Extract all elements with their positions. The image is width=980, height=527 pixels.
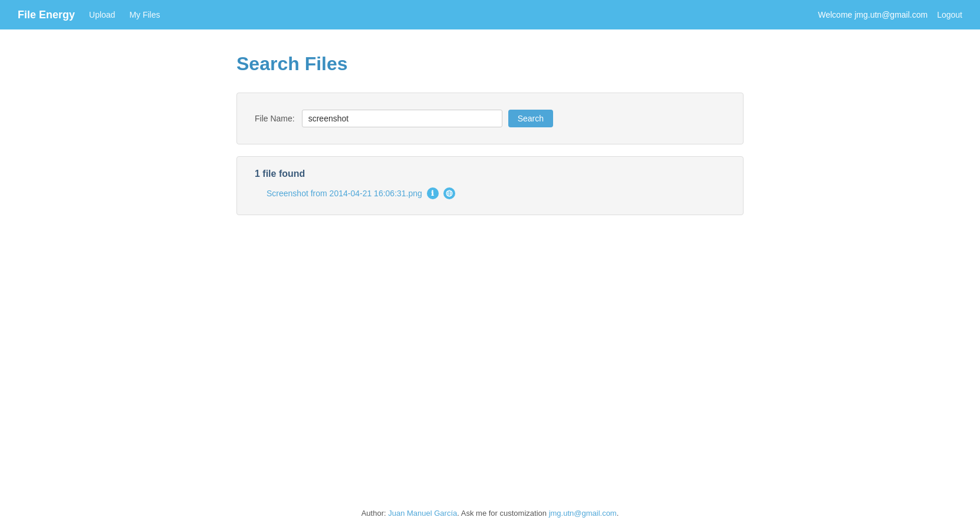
results-list: Screenshot from 2014-04-21 16:06:31.png … bbox=[255, 187, 725, 199]
results-box: 1 file found Screenshot from 2014-04-21 … bbox=[236, 156, 744, 215]
main-content: Search Files File Name: Search 1 file fo… bbox=[225, 29, 755, 239]
list-item: Screenshot from 2014-04-21 16:06:31.png … bbox=[267, 187, 725, 199]
results-count: 1 file found bbox=[255, 169, 725, 179]
navbar-right: Welcome jmg.utn@gmail.com Logout bbox=[818, 10, 962, 19]
search-box: File Name: Search bbox=[236, 93, 744, 144]
file-name-label: File Name: bbox=[255, 114, 295, 123]
globe-icon[interactable] bbox=[443, 187, 455, 199]
navbar-brand[interactable]: File Energy bbox=[18, 9, 75, 21]
search-button[interactable]: Search bbox=[508, 110, 553, 127]
page-title: Search Files bbox=[236, 53, 744, 75]
navbar-welcome-text: Welcome jmg.utn@gmail.com bbox=[818, 10, 928, 19]
navbar-left: File Energy Upload My Files bbox=[18, 9, 160, 21]
navbar-myfiles-link[interactable]: My Files bbox=[129, 10, 160, 19]
search-input[interactable] bbox=[302, 110, 502, 127]
info-icon[interactable]: ℹ bbox=[427, 187, 439, 199]
navbar: File Energy Upload My Files Welcome jmg.… bbox=[0, 0, 980, 29]
navbar-logout-link[interactable]: Logout bbox=[937, 10, 962, 19]
file-link[interactable]: Screenshot from 2014-04-21 16:06:31.png bbox=[267, 189, 422, 198]
navbar-upload-link[interactable]: Upload bbox=[89, 10, 115, 19]
